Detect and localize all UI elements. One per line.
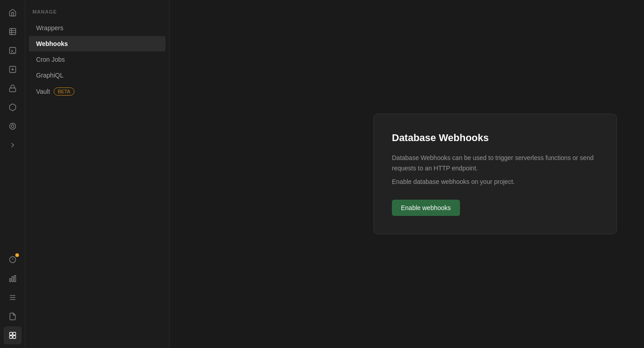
beta-badge: BETA	[54, 87, 74, 96]
card-sub-description: Enable database webhooks on your project…	[392, 177, 598, 187]
nav-item-graphiql[interactable]: GraphiQL	[29, 68, 166, 83]
secondary-sidebar: MANAGE Wrappers Webhooks Cron Jobs Graph…	[25, 0, 170, 348]
lock-icon[interactable]	[4, 79, 22, 97]
logs-icon[interactable]	[4, 288, 22, 307]
hints-icon[interactable]	[4, 251, 22, 269]
svg-rect-15	[9, 279, 11, 282]
card-description: Database Webhooks can be used to trigger…	[392, 153, 598, 173]
dashboard-active-icon[interactable]	[4, 326, 22, 344]
enable-webhooks-button[interactable]: Enable webhooks	[392, 200, 460, 216]
nav-item-wrappers[interactable]: Wrappers	[29, 20, 166, 36]
notification-badge	[15, 253, 19, 257]
svg-rect-9	[9, 88, 16, 92]
svg-point-10	[9, 123, 16, 129]
nav-item-cron-jobs[interactable]: Cron Jobs	[29, 52, 166, 67]
storage-icon[interactable]	[4, 98, 22, 116]
terminal-icon[interactable]	[4, 41, 22, 60]
svg-rect-17	[14, 275, 15, 282]
realtime-icon[interactable]	[4, 117, 22, 135]
icon-sidebar	[0, 0, 25, 348]
svg-rect-4	[9, 47, 16, 54]
edge-icon[interactable]	[4, 136, 22, 154]
svg-rect-22	[13, 332, 15, 335]
nav-item-vault[interactable]: Vault BETA	[29, 83, 166, 100]
svg-rect-24	[13, 336, 15, 339]
file-icon[interactable]	[4, 307, 22, 325]
nav-item-webhooks[interactable]: Webhooks	[29, 36, 166, 51]
table-icon[interactable]	[4, 23, 22, 41]
webhook-card: Database Webhooks Database Webhooks can …	[373, 114, 617, 234]
functions-icon[interactable]	[4, 60, 22, 78]
svg-rect-0	[9, 28, 16, 35]
svg-point-11	[11, 125, 14, 128]
card-title: Database Webhooks	[392, 132, 598, 144]
main-content: Database Webhooks Database Webhooks can …	[170, 0, 644, 348]
home-icon[interactable]	[4, 4, 22, 22]
svg-rect-21	[9, 332, 12, 335]
svg-rect-16	[12, 277, 13, 282]
manage-label: MANAGE	[25, 9, 169, 20]
chart-bar-icon[interactable]	[4, 270, 22, 288]
svg-rect-23	[9, 336, 12, 339]
